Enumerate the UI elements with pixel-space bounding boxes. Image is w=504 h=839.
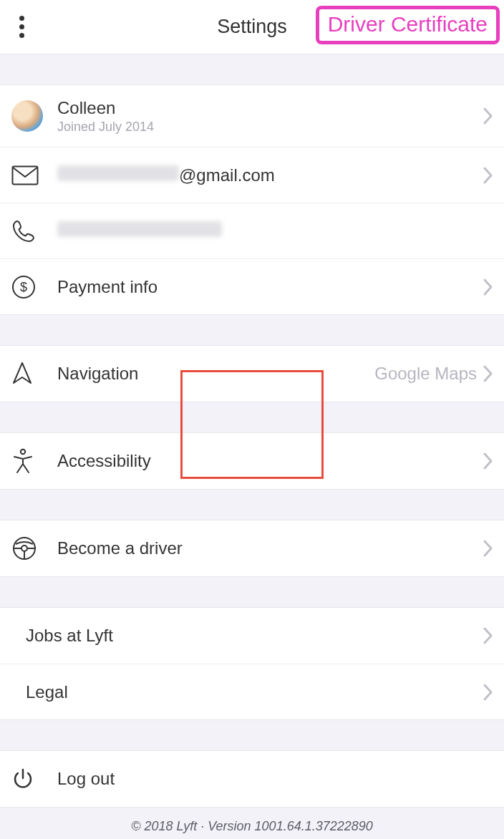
jobs-row[interactable]: Jobs at Lyft <box>0 608 504 664</box>
steering-wheel-icon <box>11 535 37 561</box>
section-gap <box>0 490 504 520</box>
chevron-right-icon <box>483 278 494 296</box>
accessibility-row[interactable]: Accessibility <box>0 433 504 489</box>
phone-value <box>57 221 494 241</box>
svg-text:$: $ <box>20 280 27 294</box>
navigation-row[interactable]: Navigation Google Maps <box>0 346 504 402</box>
page-title: Settings <box>217 16 287 38</box>
email-value: @gmail.com <box>57 165 483 185</box>
account-section: Colleen Joined July 2014 @gmail.com <box>0 84 504 315</box>
profile-name: Colleen <box>57 98 154 118</box>
section-gap <box>0 577 504 607</box>
profile-row[interactable]: Colleen Joined July 2014 <box>0 85 504 147</box>
info-section: Jobs at Lyft Legal <box>0 607 504 720</box>
navigation-section: Navigation Google Maps <box>0 345 504 402</box>
phone-row[interactable] <box>0 203 504 258</box>
driver-certificate-badge[interactable]: Driver Certificate <box>316 6 500 44</box>
avatar <box>11 100 43 132</box>
legal-row[interactable]: Legal <box>0 664 504 719</box>
footer-text: © 2018 Lyft · Version 1001.64.1.37222890 <box>0 808 504 839</box>
chevron-right-icon <box>483 626 494 645</box>
section-gap <box>0 315 504 345</box>
legal-label: Legal <box>26 682 483 702</box>
section-gap <box>0 402 504 432</box>
chevron-right-icon <box>483 364 494 383</box>
logout-label: Log out <box>57 769 494 789</box>
more-vertical-icon <box>19 16 24 38</box>
power-icon <box>11 767 34 790</box>
mail-icon <box>11 165 39 185</box>
logout-section: Log out <box>0 750 504 808</box>
email-row[interactable]: @gmail.com <box>0 147 504 203</box>
accessibility-label: Accessibility <box>57 451 483 471</box>
chevron-right-icon <box>483 683 494 702</box>
jobs-label: Jobs at Lyft <box>26 626 483 646</box>
become-driver-row[interactable]: Become a driver <box>0 520 504 576</box>
header-bar: Settings Driver Certificate <box>0 0 504 54</box>
accessibility-icon <box>11 448 34 474</box>
navigation-label: Navigation <box>57 364 374 384</box>
chevron-right-icon <box>483 107 494 125</box>
logout-row[interactable]: Log out <box>0 751 504 807</box>
payment-row[interactable]: $ Payment info <box>0 258 504 314</box>
accessibility-section: Accessibility <box>0 432 504 490</box>
avatar-wrap <box>11 100 57 132</box>
chevron-right-icon <box>483 452 494 470</box>
chevron-right-icon <box>483 539 494 558</box>
svg-point-5 <box>21 545 27 551</box>
svg-rect-0 <box>13 166 38 184</box>
driver-section: Become a driver <box>0 520 504 577</box>
menu-button[interactable] <box>0 0 43 54</box>
phone-icon <box>11 219 36 243</box>
payment-label: Payment info <box>57 277 483 297</box>
svg-point-3 <box>21 450 25 454</box>
chevron-right-icon <box>483 166 494 185</box>
section-gap <box>0 54 504 84</box>
become-driver-label: Become a driver <box>57 538 483 558</box>
dollar-icon: $ <box>11 275 36 299</box>
section-gap <box>0 720 504 750</box>
navigation-icon <box>11 362 33 386</box>
navigation-value: Google Maps <box>374 364 477 384</box>
profile-joined: Joined July 2014 <box>57 120 154 135</box>
